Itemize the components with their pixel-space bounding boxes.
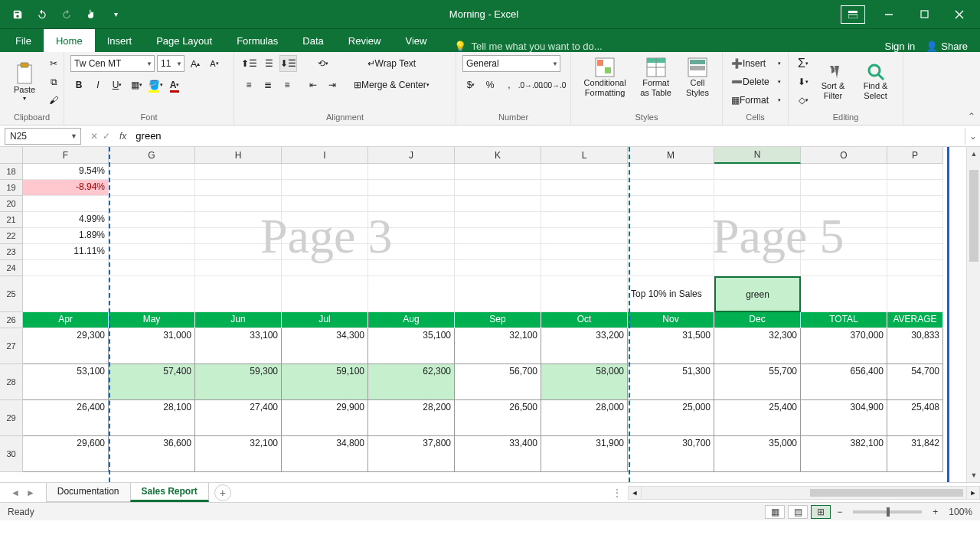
insert-cells-button[interactable]: ➕ Insert ▾ (729, 55, 782, 72)
increase-indent-icon[interactable]: ⇥ (324, 77, 341, 93)
page-break-view-icon[interactable]: ⊞ (811, 505, 831, 519)
scroll-down-icon[interactable]: ▼ (967, 468, 980, 482)
row-header-19[interactable]: 19 (0, 180, 23, 196)
align-top-icon[interactable]: ⬆☰ (240, 55, 258, 72)
data-cell[interactable]: 33,100 (195, 328, 282, 364)
decrease-indent-icon[interactable]: ⇤ (305, 77, 322, 93)
clear-icon[interactable]: ◇▾ (795, 92, 812, 109)
font-name-combo[interactable]: Tw Cen MT▼ (70, 55, 155, 72)
find-select-button[interactable]: Find & Select (854, 61, 897, 103)
merge-center-button[interactable]: ⊞ Merge & Center ▾ (348, 77, 435, 93)
cell[interactable] (801, 228, 887, 244)
month-header-cell[interactable]: AVERAGE (887, 312, 943, 328)
expand-formula-bar-icon[interactable]: ⌄ (965, 128, 980, 145)
align-left-icon[interactable]: ≡ (240, 77, 257, 93)
data-cell[interactable]: 656,400 (801, 364, 887, 400)
data-cell[interactable]: 36,600 (109, 436, 195, 472)
month-header-cell[interactable]: Sep (455, 312, 541, 328)
data-cell[interactable]: 57,400 (109, 364, 195, 400)
cell[interactable] (195, 212, 282, 228)
redo-icon[interactable] (55, 4, 78, 25)
cell[interactable] (541, 196, 628, 212)
cell[interactable] (541, 180, 628, 196)
delete-cells-button[interactable]: ➖ Delete ▾ (729, 73, 782, 90)
data-cell[interactable]: 54,700 (887, 364, 943, 400)
zoom-slider[interactable] (853, 510, 922, 514)
minimize-button[interactable] (871, 3, 906, 26)
cell[interactable] (282, 164, 368, 180)
number-format-combo[interactable]: General▼ (462, 55, 560, 72)
cell[interactable] (282, 228, 368, 244)
cell[interactable] (455, 244, 541, 260)
orientation-icon[interactable]: ⟲▾ (305, 55, 341, 72)
fx-icon[interactable]: fx (115, 131, 131, 142)
align-bottom-icon[interactable]: ⬇☰ (279, 55, 297, 72)
fill-icon[interactable]: ⬇▾ (795, 73, 812, 90)
month-header-cell[interactable]: Apr (23, 312, 109, 328)
cell[interactable] (368, 260, 455, 276)
data-cell[interactable]: 33,200 (541, 328, 628, 364)
data-cell[interactable]: 32,300 (714, 328, 801, 364)
sheet-nav-next-icon[interactable]: ► (26, 487, 35, 498)
zoom-in-icon[interactable]: + (929, 507, 941, 517)
worksheet-grid[interactable]: FGHIJKLMNOP 18192021222324252627282930 9… (0, 147, 980, 482)
cell[interactable] (195, 260, 282, 276)
cell[interactable] (368, 164, 455, 180)
vscroll-thumb[interactable] (969, 170, 978, 262)
data-cell[interactable]: 29,300 (23, 328, 109, 364)
col-header-J[interactable]: J (368, 147, 455, 164)
data-cell[interactable]: 62,300 (368, 364, 455, 400)
data-cell[interactable]: 56,700 (455, 364, 541, 400)
cell[interactable] (714, 164, 801, 180)
cell[interactable] (23, 196, 109, 212)
ribbon-display-options-icon[interactable] (841, 5, 865, 24)
data-cell[interactable]: 33,400 (455, 436, 541, 472)
cell[interactable] (628, 180, 714, 196)
cell[interactable] (109, 164, 195, 180)
borders-icon[interactable]: ▦▾ (128, 77, 145, 93)
align-right-icon[interactable]: ≡ (279, 77, 296, 93)
data-cell[interactable]: 26,400 (23, 400, 109, 436)
cell[interactable] (541, 244, 628, 260)
data-cell[interactable]: 26,500 (455, 400, 541, 436)
cell[interactable] (887, 244, 943, 260)
data-cell[interactable]: 28,100 (109, 400, 195, 436)
underline-button[interactable]: U▾ (109, 77, 126, 93)
cell[interactable] (368, 196, 455, 212)
cell[interactable] (109, 212, 195, 228)
cell[interactable] (195, 244, 282, 260)
data-cell[interactable]: 30,700 (628, 436, 714, 472)
data-cell[interactable]: 25,408 (887, 400, 943, 436)
cell[interactable]: 1.89% (23, 228, 109, 244)
cell[interactable] (887, 196, 943, 212)
cell[interactable] (455, 164, 541, 180)
cell[interactable] (195, 196, 282, 212)
wrap-text-button[interactable]: ↵ Wrap Text (348, 55, 435, 72)
data-cell[interactable]: 31,000 (109, 328, 195, 364)
data-cell[interactable]: 31,900 (541, 436, 628, 472)
sort-filter-button[interactable]: Sort & Filter (814, 61, 852, 103)
data-cell[interactable]: 53,100 (23, 364, 109, 400)
cell[interactable] (541, 164, 628, 180)
cell[interactable] (455, 276, 541, 312)
cell[interactable] (455, 180, 541, 196)
green-legend-cell[interactable]: green (714, 276, 801, 312)
cell[interactable] (368, 228, 455, 244)
col-header-L[interactable]: L (541, 147, 628, 164)
month-header-cell[interactable]: Dec (714, 312, 801, 328)
font-size-combo[interactable]: 11▼ (157, 55, 185, 72)
data-cell[interactable]: 304,900 (801, 400, 887, 436)
cell[interactable] (368, 276, 455, 312)
cell[interactable] (801, 212, 887, 228)
cell[interactable] (887, 180, 943, 196)
row-header-29[interactable]: 29 (0, 400, 23, 436)
cell[interactable] (541, 260, 628, 276)
comma-format-icon[interactable]: , (501, 77, 518, 93)
col-header-P[interactable]: P (887, 147, 943, 164)
data-cell[interactable]: 31,842 (887, 436, 943, 472)
close-button[interactable] (942, 3, 977, 26)
cell[interactable] (714, 228, 801, 244)
collapse-ribbon-icon[interactable]: ⌃ (968, 111, 975, 122)
align-middle-icon[interactable]: ☰ (260, 55, 277, 72)
data-cell[interactable]: 25,400 (714, 400, 801, 436)
